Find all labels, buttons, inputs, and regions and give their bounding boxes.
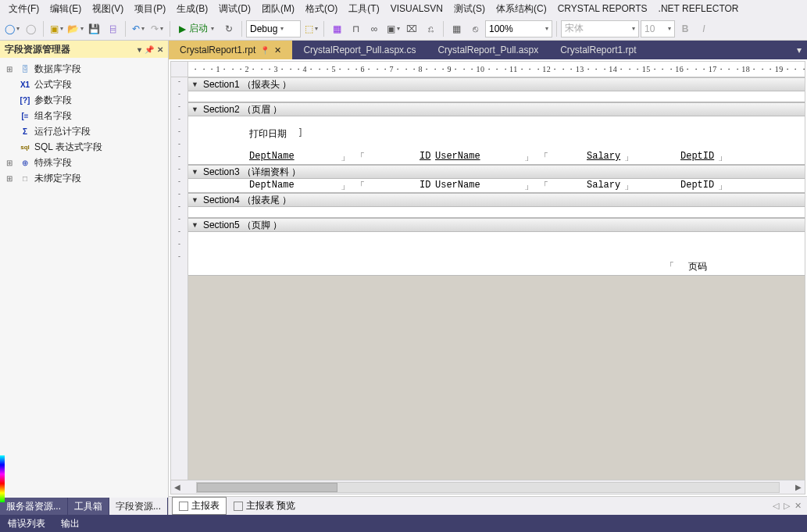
section2-body[interactable]: 打印日期 ] DeptName 」 「 ID UserName 」 「 Sala… [188, 116, 805, 165]
doc-tab-0[interactable]: CrystalReport1.rpt 📍 ✕ [169, 41, 292, 59]
nav-close[interactable]: ✕ [792, 501, 804, 511]
sigma-icon: Σ [19, 125, 31, 137]
col-deptname[interactable]: DeptName [249, 151, 295, 162]
menu-file[interactable]: 文件(F) [3, 2, 45, 16]
tree-item-param[interactable]: [?]参数字段 [2, 92, 166, 108]
tree-item-db-fields[interactable]: ⊞🗄数据库字段 [2, 61, 166, 77]
cr-btn-6[interactable]: ⎌ [422, 20, 439, 37]
menu-team[interactable]: 团队(M) [256, 2, 300, 16]
pin-icon[interactable]: 📍 [260, 46, 270, 55]
panel-pin-icon[interactable]: 📌 [145, 45, 154, 54]
new-item-button[interactable]: ▣ [48, 20, 65, 37]
menu-view[interactable]: 视图(V) [87, 2, 129, 16]
col-deptid[interactable]: DeptID [680, 151, 714, 162]
vertical-ruler[interactable]: ---- ---- ---- --- [171, 77, 188, 480]
menu-edit[interactable]: 编辑(E) [45, 2, 87, 16]
preview-icon [234, 502, 243, 511]
tree-item-runtotal[interactable]: Σ运行总计字段 [2, 123, 166, 139]
section5-header[interactable]: ▼Section5 （页脚 ） [188, 218, 805, 232]
section2-header[interactable]: ▼Section2 （页眉 ） [188, 102, 805, 116]
section5-body[interactable]: 「 页码 [188, 232, 805, 276]
font-name-combo[interactable]: 宋体 ▾ [561, 20, 639, 37]
design-canvas[interactable]: ▼Section1 （报表头 ） ▼Section2 （页眉 ） 打印日期 ] … [188, 77, 805, 480]
doc-tab-2[interactable]: CrystalReport_Pull.aspx [427, 41, 549, 59]
field-print-date[interactable]: 打印日期 [249, 127, 287, 141]
field-tree[interactable]: ⊞🗄数据库字段 X1公式字段 [?]参数字段 [≡组名字段 Σ运行总计字段 sq… [0, 58, 168, 498]
det-salary[interactable]: Salary [587, 180, 620, 191]
det-id[interactable]: ID [420, 180, 430, 191]
editor-area: CrystalReport1.rpt 📍 ✕ CrystalReport_Pul… [169, 41, 807, 515]
open-button[interactable]: 📂 [66, 20, 84, 37]
menu-crystal[interactable]: CRYSTAL REPORTS [552, 3, 653, 14]
tree-item-sql[interactable]: sqlSQL 表达式字段 [2, 139, 166, 155]
cr-btn-2[interactable]: ⊓ [347, 20, 364, 37]
side-bottom-tabs: 服务器资源... 工具箱 字段资源... [0, 498, 168, 515]
cr-btn-4[interactable]: ▣ [384, 20, 402, 37]
tree-item-special[interactable]: ⊞⊕特殊字段 [2, 155, 166, 170]
tab-toolbox[interactable]: 工具箱 [68, 498, 109, 515]
report-icon [179, 502, 188, 511]
section3-body[interactable]: DeptName 」 「 ID UserName 」 「 Salary 」 De… [188, 179, 805, 193]
menu-arch[interactable]: 体系结构(C) [491, 2, 552, 16]
doc-tab-3[interactable]: CrystalReport1.rpt [549, 41, 647, 59]
solution-config-button[interactable]: ⬚ [302, 20, 320, 37]
section4-header[interactable]: ▼Section4 （报表尾 ） [188, 193, 805, 207]
panel-menu-icon[interactable]: ▾ [137, 45, 141, 54]
redo-button[interactable]: ↷ [148, 20, 166, 37]
save-button[interactable]: 💾 [85, 20, 102, 37]
tab-output[interactable]: 输出 [53, 517, 87, 530]
workspace: 字段资源管理器 ▾ 📌 ✕ ⊞🗄数据库字段 X1公式字段 [?]参数字段 [≡组… [0, 41, 807, 515]
doc-tab-1[interactable]: CrystalReport_Pull.aspx.cs [292, 41, 427, 59]
section4-body[interactable] [188, 207, 805, 218]
col-username[interactable]: UserName [435, 151, 480, 162]
col-id[interactable]: ID [420, 151, 430, 162]
menu-tools[interactable]: 工具(T) [343, 2, 384, 16]
zoom-combo[interactable]: 100% ▾ [485, 20, 552, 37]
section1-body[interactable] [188, 91, 805, 102]
det-deptid[interactable]: DeptID [680, 180, 714, 191]
italic-button[interactable]: I [695, 20, 712, 37]
menu-build[interactable]: 生成(B) [171, 2, 213, 16]
save-all-button[interactable]: ⌸ [104, 20, 121, 37]
col-salary[interactable]: Salary [587, 151, 620, 162]
close-icon[interactable]: ✕ [274, 45, 281, 55]
field-page-number[interactable]: 页码 [688, 260, 707, 273]
cr-btn-3[interactable]: ∞ [366, 20, 383, 37]
config-combo[interactable]: Debug ▾ [246, 20, 301, 37]
tree-item-unbound[interactable]: ⊞□未绑定字段 [2, 170, 166, 186]
nav-back-button[interactable]: ◯ [3, 20, 20, 37]
cr-btn-8[interactable]: ⎋ [466, 20, 484, 37]
tree-item-formula[interactable]: X1公式字段 [2, 77, 166, 92]
refresh-button[interactable]: ↻ [220, 20, 237, 37]
menu-test[interactable]: 测试(S) [448, 2, 491, 16]
start-debug-button[interactable]: ▶ 启动 ▾ [174, 20, 219, 37]
nav-forward-button[interactable]: ◯ [22, 20, 39, 37]
font-size-combo[interactable]: 10 ▾ [641, 20, 675, 37]
section1-header[interactable]: ▼Section1 （报表头 ） [188, 77, 805, 91]
menu-format[interactable]: 格式(O) [300, 2, 343, 16]
det-deptname[interactable]: DeptName [249, 180, 295, 191]
section3-header[interactable]: ▼Section3 （详细资料 ） [188, 165, 805, 179]
menu-debug[interactable]: 调试(D) [213, 2, 256, 16]
cr-btn-7[interactable]: ▦ [448, 20, 465, 37]
tab-main-report[interactable]: 主报表 [172, 497, 227, 515]
tab-main-preview[interactable]: 主报表 预览 [227, 497, 302, 515]
bold-button[interactable]: B [677, 20, 694, 37]
horizontal-ruler[interactable]: ・・・1・・・2・・・3・・・4・・・5・・・6・・・7・・・8・・・9・・・1… [188, 62, 805, 77]
tab-server-explorer[interactable]: 服务器资源... [0, 498, 68, 515]
doc-tabs-overflow[interactable]: ▾ [791, 41, 807, 59]
menu-project[interactable]: 项目(P) [129, 2, 171, 16]
tab-error-list[interactable]: 错误列表 [0, 517, 53, 530]
det-username[interactable]: UserName [435, 180, 480, 191]
cr-btn-5[interactable]: ⌧ [403, 20, 420, 37]
nav-next[interactable]: ▷ [781, 501, 792, 511]
nav-prev[interactable]: ◁ [770, 501, 781, 511]
menu-reflector[interactable]: .NET REFLECTOR [653, 3, 745, 14]
menu-visualsvn[interactable]: VISUALSVN [385, 3, 448, 14]
cr-btn-1[interactable]: ▦ [328, 20, 345, 37]
undo-button[interactable]: ↶ [130, 20, 147, 37]
horizontal-scrollbar[interactable]: ◀ ▶ [171, 480, 805, 494]
tab-field-explorer[interactable]: 字段资源... [109, 498, 168, 515]
panel-close-icon[interactable]: ✕ [157, 45, 163, 54]
tree-item-group[interactable]: [≡组名字段 [2, 108, 166, 123]
